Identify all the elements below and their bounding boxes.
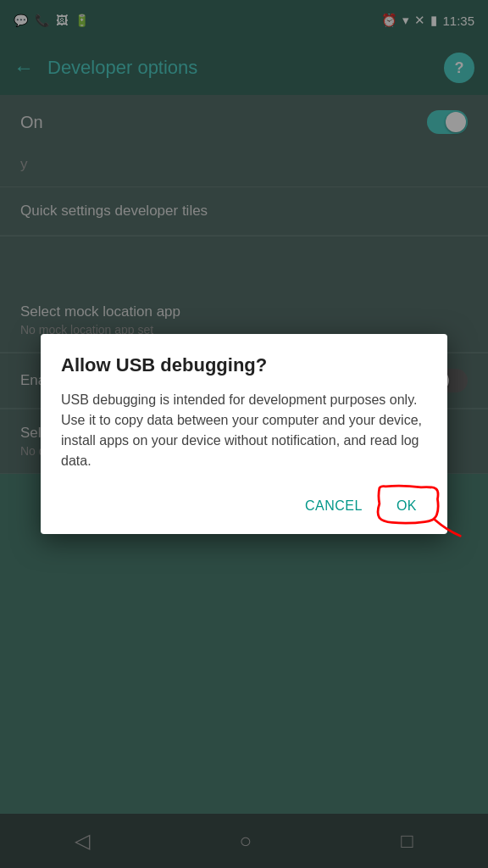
cancel-button[interactable]: CANCEL [295, 492, 373, 520]
ok-button-wrapper: OK [386, 492, 427, 520]
dialog-title: Allow USB debugging? [61, 354, 427, 376]
dialog-actions: CANCEL OK [61, 492, 427, 520]
usb-debug-dialog: Allow USB debugging? USB debugging is in… [41, 334, 447, 534]
dialog-overlay: Allow USB debugging? USB debugging is in… [0, 0, 488, 868]
ok-button[interactable]: OK [386, 492, 427, 520]
dialog-body: USB debugging is intended for developmen… [61, 390, 427, 471]
